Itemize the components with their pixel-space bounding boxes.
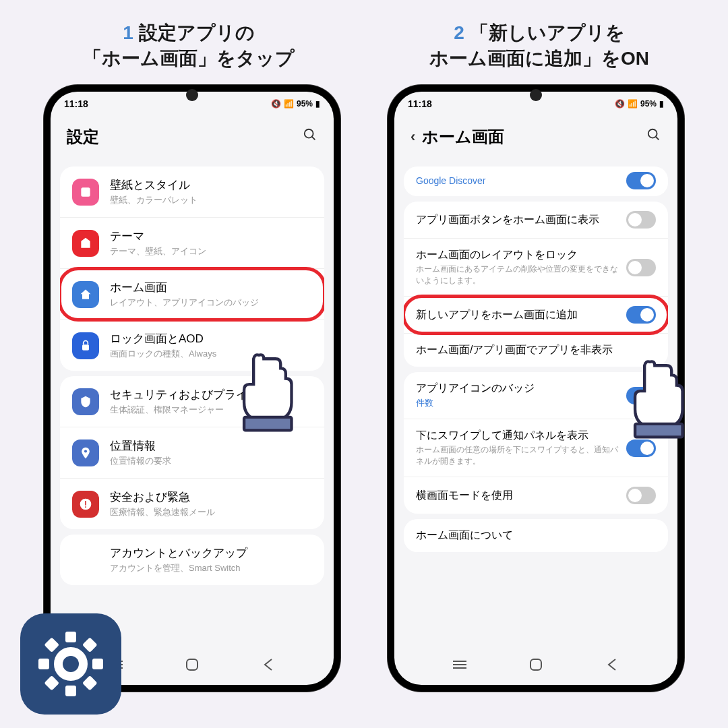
- google-discover-label[interactable]: Google Discover: [416, 175, 486, 186]
- svg-rect-7: [85, 506, 86, 508]
- toggle-app-button[interactable]: [626, 211, 656, 229]
- page-title: ホーム画面: [422, 126, 504, 148]
- row-landscape[interactable]: 横画面モードを使用: [404, 477, 668, 514]
- svg-rect-2: [81, 187, 90, 196]
- options-card-3: ホーム画面について: [404, 519, 668, 552]
- mute-icon: 🔇: [271, 99, 281, 109]
- toggle-landscape[interactable]: [626, 487, 656, 504]
- row-add-new-apps[interactable]: 新しいアプリをホーム画面に追加: [404, 297, 668, 334]
- row-wallpaper[interactable]: 壁紙とスタイル壁紙、カラーパレット: [60, 166, 324, 218]
- nav-recent[interactable]: [452, 657, 468, 673]
- svg-rect-27: [44, 637, 59, 653]
- discover-toggle[interactable]: [626, 172, 656, 189]
- step2-caption: 2 「新しいアプリを ホーム画面に追加」をON: [364, 20, 715, 71]
- wallpaper-icon: [72, 179, 99, 206]
- nav-home[interactable]: [184, 657, 200, 673]
- battery-text: 95%: [640, 99, 657, 109]
- search-icon[interactable]: [303, 127, 317, 146]
- svg-rect-18: [530, 659, 541, 670]
- nav-home[interactable]: [528, 657, 544, 673]
- svg-rect-24: [92, 659, 103, 669]
- svg-rect-28: [82, 675, 98, 691]
- toggle-lock-layout[interactable]: [626, 259, 656, 276]
- mute-icon: 🔇: [615, 99, 625, 109]
- shield-icon: [72, 388, 99, 415]
- pointing-hand-icon: [233, 348, 307, 435]
- row-theme[interactable]: テーマテーマ、壁紙、アイコン: [60, 218, 324, 269]
- nav-bar: [394, 650, 677, 679]
- svg-rect-19: [635, 424, 682, 437]
- home-icon: [72, 281, 99, 308]
- options-card-1: アプリ画面ボタンをホーム画面に表示 ホーム画面のレイアウトをロックホーム画面にあ…: [404, 202, 668, 367]
- svg-rect-25: [82, 637, 98, 653]
- status-icons: 🔇 📶 95% ▮: [615, 99, 664, 109]
- screen-header: 設定: [51, 113, 334, 161]
- settings-group-1: 壁紙とスタイル壁紙、カラーパレット テーマテーマ、壁紙、アイコン ホーム画面レイ…: [60, 166, 324, 371]
- svg-rect-6: [85, 501, 86, 506]
- svg-point-4: [84, 450, 87, 452]
- lock-icon: [72, 332, 99, 359]
- search-icon[interactable]: [646, 127, 661, 146]
- svg-point-29: [63, 656, 79, 672]
- pointing-hand-icon: [624, 355, 698, 442]
- alert-icon: [72, 491, 99, 518]
- back-icon[interactable]: ‹: [411, 128, 415, 146]
- wifi-icon: 📶: [628, 99, 638, 109]
- svg-rect-21: [65, 632, 76, 642]
- row-app-button[interactable]: アプリ画面ボタンをホーム画面に表示: [404, 202, 668, 239]
- theme-icon: [72, 230, 99, 257]
- page-title: 設定: [67, 126, 99, 148]
- discover-card: Google Discover: [404, 166, 668, 196]
- step2-number: 2: [454, 22, 464, 43]
- screen-header: ‹ ホーム画面: [394, 113, 677, 161]
- wifi-icon: 📶: [284, 99, 294, 109]
- row-account[interactable]: アカウントとバックアップアカウントを管理、Smart Switch: [60, 535, 324, 585]
- toggle-add-new-apps[interactable]: [626, 306, 656, 324]
- status-bar: 11:18 🔇 📶 95% ▮: [51, 92, 334, 113]
- battery-icon: ▮: [659, 99, 664, 109]
- svg-rect-11: [187, 659, 198, 670]
- settings-group-3: アカウントとバックアップアカウントを管理、Smart Switch: [60, 535, 324, 585]
- row-about[interactable]: ホーム画面について: [404, 519, 668, 552]
- location-icon: [72, 439, 99, 466]
- status-time: 11:18: [64, 98, 88, 109]
- battery-text: 95%: [297, 99, 313, 109]
- row-lock-layout[interactable]: ホーム画面のレイアウトをロックホーム画面にあるアイテムの削除や位置の変更をできな…: [404, 239, 668, 297]
- status-time: 11:18: [408, 98, 432, 109]
- battery-icon: ▮: [315, 99, 320, 109]
- svg-rect-26: [44, 675, 59, 691]
- step1-caption: 1 設定アプリの 「ホーム画面」をタップ: [13, 20, 364, 71]
- instruction-header: 1 設定アプリの 「ホーム画面」をタップ 2 「新しいアプリを ホーム画面に追加…: [0, 0, 728, 78]
- step1-number: 1: [123, 22, 133, 43]
- svg-line-14: [656, 137, 659, 140]
- svg-point-0: [305, 129, 313, 138]
- svg-rect-3: [82, 344, 89, 350]
- row-home-screen[interactable]: ホーム画面レイアウト、アプリアイコンのバッジ: [60, 269, 324, 320]
- settings-app-icon: [20, 613, 121, 715]
- svg-line-1: [312, 137, 315, 140]
- status-icons: 🔇 📶 95% ▮: [271, 99, 320, 109]
- svg-rect-22: [65, 686, 76, 696]
- row-safety[interactable]: 安全および緊急医療情報、緊急速報メール: [60, 479, 324, 529]
- nav-back[interactable]: [260, 657, 276, 673]
- svg-rect-12: [244, 417, 291, 431]
- nav-back[interactable]: [604, 657, 620, 673]
- svg-rect-23: [38, 659, 49, 669]
- svg-point-13: [648, 129, 657, 138]
- status-bar: 11:18 🔇 📶 95% ▮: [394, 92, 677, 113]
